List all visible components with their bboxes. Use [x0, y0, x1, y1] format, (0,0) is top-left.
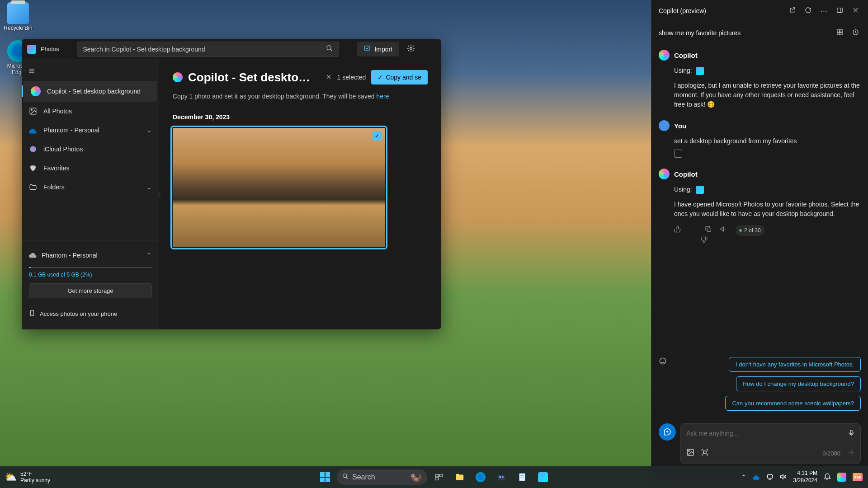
- svg-point-31: [343, 474, 347, 478]
- import-button[interactable]: Import: [357, 42, 399, 56]
- svg-rect-23: [707, 228, 711, 231]
- svg-point-24: [660, 358, 666, 364]
- get-storage-button[interactable]: Get more storage: [29, 283, 152, 298]
- network-tray-icon[interactable]: [766, 473, 774, 482]
- time: 4:31 PM: [793, 470, 817, 477]
- copy-and-set-button[interactable]: ✓ Copy and se: [371, 70, 428, 84]
- storage-account-toggle[interactable]: Phantom - Personal ⌃: [29, 248, 152, 263]
- copilot-pre-tray[interactable]: PRE: [853, 473, 863, 481]
- task-view-button[interactable]: [430, 468, 448, 486]
- feedback-icon[interactable]: [659, 357, 667, 367]
- tray-chevron[interactable]: ⌃: [741, 474, 746, 481]
- recycle-bin[interactable]: Recycle Bin: [2, 2, 34, 31]
- history-icon[interactable]: [850, 27, 861, 39]
- svg-rect-18: [837, 30, 840, 32]
- nav-folders[interactable]: Folders ⌄: [22, 178, 159, 197]
- edge-icon: [476, 472, 486, 482]
- nav-favorites[interactable]: Favorites: [22, 159, 159, 178]
- using-label: Using:: [674, 66, 692, 75]
- access-phone-link[interactable]: Access photos on your phone: [29, 305, 152, 322]
- speaker-icon[interactable]: [720, 225, 727, 236]
- nav-icloud-label: iCloud Photos: [43, 145, 83, 153]
- suggestion-3[interactable]: Can you recommend some scenic wallpapers…: [725, 396, 861, 411]
- sender-name: Copilot: [674, 52, 698, 59]
- dislike-icon[interactable]: [689, 225, 697, 236]
- svg-point-8: [31, 109, 32, 110]
- suggestion-2[interactable]: How do I change my desktop background?: [736, 376, 861, 391]
- photos-taskbar-button[interactable]: [534, 468, 552, 486]
- user-avatar: [659, 120, 670, 131]
- message-copilot-2: Copilot Using: I have opened Microsoft P…: [659, 169, 861, 236]
- copy-icon[interactable]: [705, 225, 712, 236]
- edge-taskbar-button[interactable]: [472, 468, 490, 486]
- like-icon[interactable]: [674, 225, 681, 236]
- svg-rect-20: [837, 33, 840, 35]
- photos-app-window: Photos Import Copilot - Set desktop back…: [22, 39, 441, 329]
- volume-tray-icon[interactable]: [780, 473, 787, 482]
- copy-icon[interactable]: [674, 150, 682, 158]
- refresh-icon[interactable]: [803, 5, 813, 17]
- nav-folders-label: Folders: [43, 183, 65, 191]
- sidebar-drag-handle[interactable]: ¦¦: [158, 192, 160, 197]
- import-label: Import: [374, 46, 392, 53]
- photos-sidebar: Copilot - Set desktop background All Pho…: [22, 59, 159, 329]
- grid-icon[interactable]: [835, 27, 845, 39]
- weather-desc: Partly sunny: [20, 477, 50, 483]
- nav-copilot-task[interactable]: Copilot - Set desktop background: [24, 81, 157, 102]
- clock[interactable]: 4:31 PM 3/28/2024: [793, 470, 817, 484]
- search-icon[interactable]: [326, 45, 333, 54]
- microphone-icon[interactable]: [848, 429, 855, 438]
- open-external-icon[interactable]: [787, 5, 797, 17]
- storage-account-label: Phantom - Personal: [42, 252, 98, 259]
- copilot-avatar: [659, 169, 670, 179]
- nav-icloud[interactable]: iCloud Photos: [22, 140, 159, 159]
- copilot-tray-button[interactable]: [837, 473, 846, 482]
- chat-input[interactable]: [686, 430, 855, 437]
- taskbar-search[interactable]: Search 🦦: [337, 469, 427, 485]
- settings-button[interactable]: [403, 41, 419, 58]
- store-button[interactable]: [492, 468, 510, 486]
- chat-input-box[interactable]: 0/2000: [680, 423, 861, 464]
- nav-onedrive[interactable]: Phantom - Personal ⌄: [22, 121, 159, 140]
- send-icon[interactable]: [847, 448, 855, 458]
- photos-search-box[interactable]: [77, 42, 339, 57]
- search-icon: [342, 473, 349, 481]
- new-topic-button[interactable]: [659, 423, 676, 441]
- photo-thumbnail[interactable]: ✓: [173, 128, 385, 247]
- clear-selection-button[interactable]: [326, 74, 332, 81]
- search-highlight-icon: 🦦: [410, 471, 422, 483]
- suggestion-1[interactable]: I don't have any favorites in Microsoft …: [729, 357, 861, 372]
- message-text: set a desktop background from my favorit…: [674, 136, 861, 146]
- task-description: Copy 1 photo and set it as your desktop …: [173, 93, 428, 100]
- more-icon[interactable]: ⋯: [819, 5, 829, 17]
- access-phone-label: Access photos on your phone: [40, 310, 117, 317]
- weather-widget[interactable]: ⛅ 52°F Partly sunny: [0, 471, 55, 484]
- svg-rect-21: [840, 33, 842, 35]
- photos-app-ref-icon: [696, 186, 704, 194]
- here-link[interactable]: here: [376, 93, 389, 100]
- close-icon[interactable]: [850, 5, 861, 17]
- photo-selected-checkmark[interactable]: ✓: [373, 131, 382, 141]
- notepad-button[interactable]: [513, 468, 531, 486]
- svg-line-1: [330, 49, 332, 51]
- image-attach-icon[interactable]: [686, 448, 694, 458]
- photos-search-input[interactable]: [83, 46, 326, 53]
- svg-point-29: [689, 450, 689, 451]
- start-button[interactable]: [316, 468, 334, 486]
- nav-all-photos[interactable]: All Photos: [22, 102, 159, 121]
- file-explorer-button[interactable]: [451, 468, 469, 486]
- recycle-bin-icon: [7, 2, 29, 24]
- temperature: 52°F: [20, 471, 50, 477]
- copilot-icon: [173, 72, 183, 82]
- scan-icon[interactable]: [701, 448, 709, 458]
- response-count-badge[interactable]: 2 of 30: [736, 225, 764, 236]
- chevron-up-icon: ⌃: [146, 252, 152, 259]
- storage-usage-text: 0.1 GB used of 5 GB (2%): [29, 272, 152, 278]
- onedrive-tray-icon[interactable]: [753, 473, 760, 482]
- notifications-button[interactable]: [824, 473, 831, 482]
- svg-point-3: [410, 47, 412, 49]
- hamburger-button[interactable]: [22, 63, 42, 81]
- svg-rect-33: [435, 474, 439, 477]
- dock-icon[interactable]: [835, 5, 845, 17]
- photos-title: Photos: [41, 46, 59, 52]
